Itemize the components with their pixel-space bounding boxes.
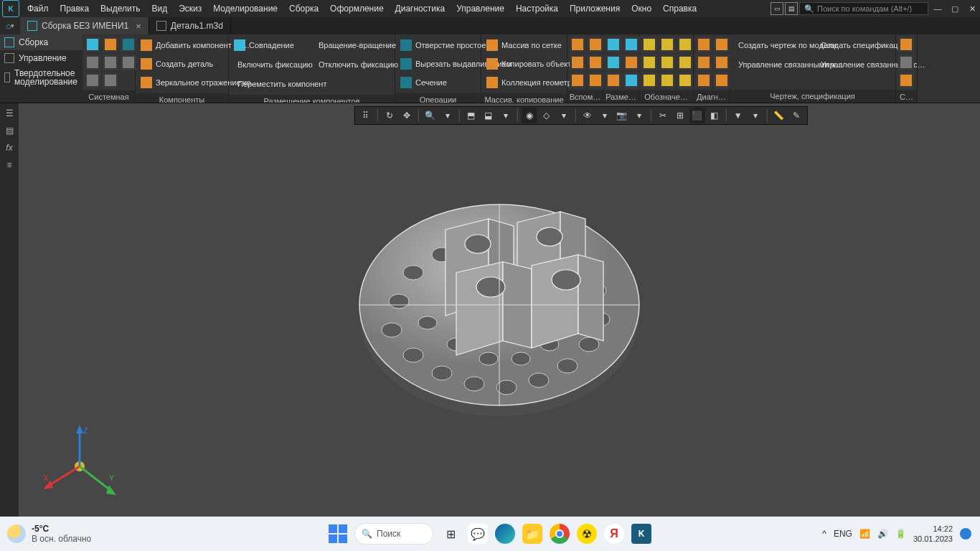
menu-file[interactable]: Файл <box>22 4 55 14</box>
vt-dd5[interactable]: ▾ <box>631 108 647 123</box>
vt-hide-icon[interactable]: 👁 <box>580 108 595 123</box>
vt-filter-icon[interactable]: ▼ <box>730 108 746 123</box>
tab-part[interactable]: Деталь1.m3d <box>149 17 231 34</box>
menu-select[interactable]: Выделить <box>95 4 146 14</box>
vt-camera-icon[interactable]: 📷 <box>614 108 630 123</box>
dim-btn-2[interactable] <box>623 37 639 52</box>
aux-btn-4[interactable] <box>588 55 603 70</box>
system-btn-8[interactable] <box>103 72 118 88</box>
vt-dd2[interactable]: ▾ <box>498 108 514 123</box>
menu-settings[interactable]: Настройка <box>510 4 564 14</box>
menu-window[interactable]: Окно <box>626 4 657 14</box>
vt-dd3[interactable]: ▾ <box>556 108 572 123</box>
menu-assembly[interactable]: Сборка <box>283 4 324 14</box>
vt-dd4[interactable]: ▾ <box>597 108 613 123</box>
system-btn-7[interactable] <box>85 72 100 88</box>
taskbar-search[interactable]: 🔍 Поиск <box>354 523 433 545</box>
chat-icon[interactable]: 💬 <box>468 524 488 544</box>
start-button[interactable] <box>329 524 347 543</box>
system-btn-4[interactable] <box>85 55 100 70</box>
lbl-btn-6[interactable] <box>677 55 693 70</box>
vt-tool3-icon[interactable]: ⬛ <box>689 108 705 123</box>
s-btn-1[interactable] <box>898 37 914 52</box>
coincidence-button[interactable]: Совпадение <box>231 37 310 54</box>
manage-spec-button[interactable]: Управление связанными с… <box>814 56 895 73</box>
menu-view[interactable]: Вид <box>146 4 173 14</box>
tab-assembly[interactable]: Сборка БЕЗ ИМЕНИ1 × <box>20 17 149 34</box>
vt-grid-icon[interactable]: ⠿ <box>358 108 374 123</box>
menu-help[interactable]: Справка <box>657 4 702 14</box>
vt-shaded-icon[interactable]: ◉ <box>522 108 537 123</box>
tab-close[interactable]: × <box>136 21 141 32</box>
dim-btn-1[interactable] <box>606 37 621 52</box>
edge-icon[interactable] <box>495 524 515 544</box>
workspace-control[interactable]: Управление <box>0 50 83 66</box>
notification-icon[interactable] <box>960 528 971 540</box>
aux-btn-6[interactable] <box>588 72 603 88</box>
yandex-icon[interactable]: Я <box>604 524 624 544</box>
rotation-button[interactable]: Вращение-вращение <box>312 37 391 54</box>
language-indicator[interactable]: ENG <box>834 529 852 539</box>
tree-icon[interactable]: ☰ <box>2 106 17 121</box>
menu-diagnostics[interactable]: Диагностика <box>390 4 451 14</box>
vt-zoom-icon[interactable]: 🔍 <box>423 108 438 123</box>
window-close[interactable]: ✕ <box>964 2 980 15</box>
lbl-btn-7[interactable] <box>641 72 657 88</box>
task-view-icon[interactable]: ⊞ <box>440 524 461 544</box>
3d-viewport[interactable]: ⠿ ↻ ✥ 🔍 ▾ ⬒ ⬓ ▾ ◉ ◇ ▾ 👁 ▾ 📷 ▾ ✂ ⊞ ⬛ ◧ <box>19 103 980 517</box>
aux-btn-2[interactable] <box>588 37 603 52</box>
aux-btn-3[interactable] <box>570 55 585 70</box>
s-btn-2[interactable] <box>898 55 914 70</box>
system-btn-5[interactable] <box>103 55 118 70</box>
lbl-btn-8[interactable] <box>659 72 675 88</box>
vt-view1-icon[interactable]: ⬒ <box>463 108 479 123</box>
chrome-icon[interactable] <box>550 524 570 544</box>
vt-orbit-icon[interactable]: ↻ <box>382 108 397 123</box>
vt-tool1-icon[interactable]: ✂ <box>655 108 671 123</box>
diag-btn-5[interactable] <box>696 72 712 88</box>
workspace-solid[interactable]: Твердотельное моделирование <box>0 66 83 89</box>
move-component-button[interactable]: Переместить компонент <box>231 75 310 93</box>
dim-btn-4[interactable] <box>623 55 639 70</box>
vt-pan-icon[interactable]: ✥ <box>399 108 415 123</box>
system-btn-save[interactable] <box>121 37 136 52</box>
vt-measure-icon[interactable]: 📏 <box>771 108 787 123</box>
lbl-btn-2[interactable] <box>659 37 675 52</box>
vt-wireframe-icon[interactable]: ◇ <box>539 108 555 123</box>
lbl-btn-1[interactable] <box>641 37 657 52</box>
dim-btn-6[interactable] <box>623 72 639 88</box>
radiation-icon[interactable]: ☢ <box>577 524 597 544</box>
battery-icon[interactable]: 🔋 <box>895 529 906 539</box>
window-maximize[interactable]: ▢ <box>947 2 963 15</box>
create-part-button[interactable]: Создать деталь <box>138 55 216 72</box>
system-btn-open[interactable] <box>103 37 118 52</box>
hole-button[interactable]: Отверстие простое <box>397 37 489 54</box>
create-drawing-button[interactable]: Создать чертеж по модели <box>732 37 812 54</box>
dim-btn-3[interactable] <box>606 55 621 70</box>
vt-view2-icon[interactable]: ⬓ <box>481 108 496 123</box>
vt-dd6[interactable]: ▾ <box>748 108 763 123</box>
diag-btn-3[interactable] <box>696 55 712 70</box>
home-tab[interactable]: ⌂▾ <box>0 17 20 34</box>
menu-modeling[interactable]: Моделирование <box>207 4 283 14</box>
grid-array-button[interactable]: Массив по сетке <box>484 37 565 54</box>
lbl-btn-4[interactable] <box>641 55 657 70</box>
explorer-icon[interactable]: 📁 <box>522 524 542 544</box>
titlebar-icon-1[interactable]: ▭ <box>771 2 783 15</box>
titlebar-icon-2[interactable]: ▤ <box>785 2 798 15</box>
tray-chevron-icon[interactable]: ^ <box>822 529 826 539</box>
layers-icon[interactable]: ≡ <box>2 158 17 172</box>
diag-btn-1[interactable] <box>696 37 712 52</box>
diag-btn-2[interactable] <box>714 37 730 52</box>
weather-widget[interactable]: -5°C В осн. облачно <box>0 524 98 544</box>
copy-objects-button[interactable]: Копировать объекты <box>484 55 580 72</box>
vt-tool2-icon[interactable]: ⊞ <box>672 108 688 123</box>
menu-sketch[interactable]: Эскиз <box>173 4 207 14</box>
clock[interactable]: 14:22 30.01.2023 <box>913 524 953 544</box>
workspace-assembly[interactable]: Сборка <box>0 34 83 50</box>
menu-edit[interactable]: Правка <box>55 4 95 14</box>
system-btn-new[interactable] <box>85 37 100 52</box>
s-btn-3[interactable] <box>898 72 914 88</box>
system-btn-6[interactable] <box>121 55 136 70</box>
section-button[interactable]: Сечение <box>397 74 450 91</box>
